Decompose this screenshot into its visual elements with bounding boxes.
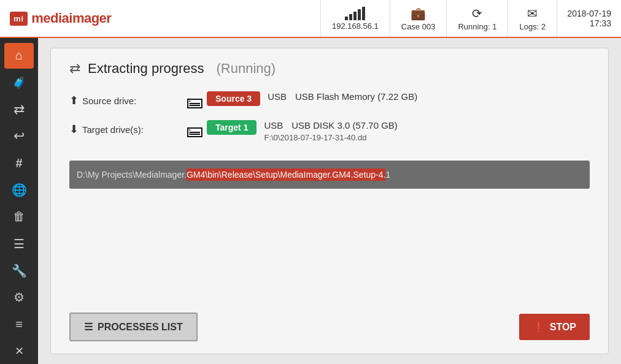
log-text-pre: D:\My Projects\Medialmager. bbox=[77, 170, 187, 180]
target-drive-device-icon: 🖴 bbox=[186, 120, 203, 140]
source-badge: Source 3 bbox=[207, 91, 260, 106]
extracting-icon: ⇄ bbox=[69, 61, 80, 77]
logo-text: mediaimager bbox=[31, 10, 111, 26]
source-drive-row: ⬆ Source drive: 🖴 Source 3 USB USB Flash… bbox=[69, 91, 590, 112]
target-interface: USB bbox=[264, 120, 283, 131]
running-label: Running: 1 bbox=[458, 22, 496, 31]
home-icon: ⌂ bbox=[15, 48, 23, 63]
network-icon bbox=[345, 7, 365, 20]
wrench-icon: 🔧 bbox=[12, 264, 27, 278]
card-footer: ☰ PROCESSES LIST ❗ STOP bbox=[69, 313, 590, 341]
sidebar-item-briefcase[interactable]: 🧳 bbox=[4, 70, 34, 96]
source-drive-text: Source drive: bbox=[82, 96, 136, 106]
sidebar-item-hash[interactable]: # bbox=[4, 150, 34, 176]
target-drive-info-row: USB USB DISK 3.0 (57.70 GB) bbox=[264, 120, 397, 131]
sidebar-item-close[interactable]: ✕ bbox=[4, 338, 34, 364]
target-drive-path: F:\0\2018-07-19-17-31-40.dd bbox=[264, 133, 397, 142]
sidebar-item-gear[interactable]: ⚙ bbox=[4, 284, 34, 310]
sidebar-item-wrench[interactable]: 🔧 bbox=[4, 258, 34, 284]
logs-section[interactable]: ✉ Logs: 2 bbox=[507, 0, 557, 37]
lines-icon: ≡ bbox=[15, 317, 23, 332]
hash-icon: # bbox=[15, 156, 22, 170]
logs-icon: ✉ bbox=[527, 6, 538, 21]
date-label: 2018-07-19 bbox=[567, 9, 611, 18]
source-description: USB Flash Memory (7.22 GB) bbox=[295, 91, 417, 102]
list-button-label: PROCESSES LIST bbox=[98, 322, 183, 333]
time-label: 17:33 bbox=[590, 18, 611, 28]
undo-icon: ↩ bbox=[14, 128, 25, 144]
gear-icon: ⚙ bbox=[14, 290, 25, 305]
target-drive-text: Target drive(s): bbox=[82, 124, 144, 135]
globe-icon: 🌐 bbox=[12, 183, 27, 197]
source-drive-device-icon: 🖴 bbox=[186, 91, 203, 112]
stop-button[interactable]: ❗ STOP bbox=[519, 314, 590, 340]
processes-list-button[interactable]: ☰ PROCESSES LIST bbox=[69, 313, 198, 341]
target-drive-row: ⬇ Target drive(s): 🖴 Target 1 USB USB DI… bbox=[69, 120, 590, 142]
download-icon: ⬇ bbox=[69, 123, 79, 136]
target-drive-info: USB USB DISK 3.0 (57.70 GB) F:\0\2018-07… bbox=[264, 120, 397, 142]
sidebar-item-shuffle[interactable]: ⇄ bbox=[4, 97, 34, 123]
logo-name-post: imager bbox=[69, 10, 111, 26]
card-title: Extracting progress bbox=[88, 61, 204, 77]
sidebar: ⌂ 🧳 ⇄ ↩ # 🌐 🗑 ☰ 🔧 ⚙ ≡ ✕ bbox=[0, 38, 38, 364]
log-text-highlight: GM4\bin\Release\Setup\MediaImager.GM4.Se… bbox=[187, 169, 386, 181]
source-drive-label: ⬆ Source drive: bbox=[69, 91, 186, 107]
source-interface: USB bbox=[268, 91, 287, 102]
stop-icon: ❗ bbox=[533, 321, 545, 333]
topbar: mi mediaimager 192.168.56.1 💼 Case 003 ⟳… bbox=[0, 0, 621, 38]
case-label: Case 003 bbox=[401, 22, 436, 31]
running-section[interactable]: ⟳ Running: 1 bbox=[446, 0, 507, 37]
source-drive-info: USB USB Flash Memory (7.22 GB) bbox=[268, 91, 417, 102]
sidebar-item-globe[interactable]: 🌐 bbox=[4, 177, 34, 203]
sidebar-item-undo[interactable]: ↩ bbox=[4, 123, 34, 149]
running-icon: ⟳ bbox=[472, 6, 482, 21]
case-section[interactable]: 💼 Case 003 bbox=[390, 0, 447, 37]
trash-icon: 🗑 bbox=[13, 210, 25, 224]
logs-label: Logs: 2 bbox=[520, 22, 546, 31]
log-display: D:\My Projects\Medialmager.GM4\bin\Relea… bbox=[69, 161, 590, 189]
datetime: 2018-07-19 17:33 bbox=[557, 0, 621, 37]
logo: mi mediaimager bbox=[0, 0, 121, 37]
sidebar-item-trash[interactable]: 🗑 bbox=[4, 204, 34, 230]
log-text-post: 1 bbox=[385, 170, 390, 180]
logo-name-pre: media bbox=[31, 10, 69, 26]
network-section[interactable]: 192.168.56.1 bbox=[320, 0, 390, 37]
close-icon: ✕ bbox=[15, 344, 24, 358]
sidebar-item-lines[interactable]: ≡ bbox=[4, 311, 34, 337]
sidebar-item-home[interactable]: ⌂ bbox=[4, 43, 34, 69]
source-drive-info-row: USB USB Flash Memory (7.22 GB) bbox=[268, 91, 417, 102]
briefcase-icon: 💼 bbox=[411, 6, 426, 21]
sidebar-item-list[interactable]: ☰ bbox=[4, 231, 34, 257]
logo-prefix: mi bbox=[14, 14, 24, 23]
target-badge: Target 1 bbox=[207, 120, 256, 135]
content-card: ⇄ Extracting progress (Running) ⬆ Source… bbox=[50, 48, 609, 354]
shuffle-icon: ⇄ bbox=[14, 102, 25, 118]
stop-button-label: STOP bbox=[550, 322, 576, 333]
log-area: D:\My Projects\Medialmager.GM4\bin\Relea… bbox=[69, 161, 590, 303]
card-status: (Running) bbox=[217, 61, 276, 77]
network-label: 192.168.56.1 bbox=[332, 21, 379, 31]
briefcase-icon: 🧳 bbox=[12, 76, 26, 89]
upload-icon: ⬆ bbox=[69, 94, 79, 107]
target-drive-label: ⬇ Target drive(s): bbox=[69, 120, 186, 136]
main-content: ⇄ Extracting progress (Running) ⬆ Source… bbox=[38, 38, 621, 364]
logo-box: mi bbox=[10, 12, 28, 26]
target-description: USB DISK 3.0 (57.70 GB) bbox=[291, 120, 398, 131]
list-button-icon: ☰ bbox=[84, 321, 93, 333]
card-header: ⇄ Extracting progress (Running) bbox=[69, 61, 590, 77]
list-icon: ☰ bbox=[14, 237, 25, 251]
